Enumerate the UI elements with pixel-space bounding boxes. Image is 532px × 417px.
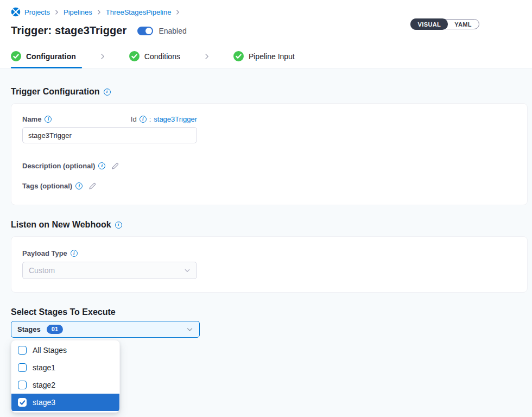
projects-icon <box>11 7 21 17</box>
trigger-id-value[interactable]: stage3Trigger <box>154 115 197 123</box>
description-row: Description (optional) i <box>22 162 516 170</box>
stage-option-stage3[interactable]: stage3 <box>11 394 119 411</box>
check-circle-icon <box>11 51 21 61</box>
tab-pipeline-input[interactable]: Pipeline Input <box>233 51 295 61</box>
tab-conditions[interactable]: Conditions <box>129 51 180 61</box>
heading-text: Trigger Configuration <box>11 87 100 97</box>
enabled-toggle[interactable] <box>137 27 153 35</box>
tab-label: Conditions <box>144 52 180 61</box>
heading-text: Listen on New Webhook <box>11 220 111 230</box>
chevron-right-icon <box>203 53 211 60</box>
heading-text: Select Stages To Execute <box>11 307 116 317</box>
check-circle-icon <box>233 51 244 61</box>
webhook-card: Payload Type i Custom <box>11 236 528 293</box>
info-icon[interactable]: i <box>140 116 147 123</box>
chevron-down-icon <box>184 267 191 274</box>
name-id-row: Name i Id i : stage3Trigger <box>22 115 197 123</box>
checkbox-unchecked[interactable] <box>18 363 27 372</box>
page-header: Projects Pipelines ThreeStagesPipeline T… <box>0 0 532 45</box>
trigger-configuration-card: Name i Id i : stage3Trigger Description … <box>11 103 528 205</box>
tags-label: Tags (optional) i <box>22 182 83 190</box>
visual-yaml-toggle: VISUAL YAML <box>410 19 479 29</box>
id-separator: : <box>149 115 151 123</box>
stage-option-stage2[interactable]: stage2 <box>11 376 119 394</box>
chevron-down-icon <box>186 326 193 333</box>
visual-mode-button[interactable]: VISUAL <box>410 18 448 30</box>
payload-type-value: Custom <box>29 266 55 275</box>
edit-tags-icon[interactable] <box>88 182 97 190</box>
chevron-right-icon <box>175 9 181 15</box>
chevron-right-icon <box>54 9 60 15</box>
page-title: Trigger: stage3Trigger <box>11 24 126 37</box>
tab-label: Pipeline Input <box>249 52 295 61</box>
select-stages-heading: Select Stages To Execute <box>11 307 528 317</box>
toggle-knob <box>145 28 152 34</box>
check-circle-icon <box>129 51 140 61</box>
edit-description-icon[interactable] <box>111 162 119 170</box>
payload-type-label: Payload Type i <box>22 249 78 257</box>
id-label: Id <box>131 115 137 123</box>
tab-label: Configuration <box>26 52 76 61</box>
name-label: Name i <box>22 115 52 123</box>
payload-type-select: Custom <box>22 262 197 279</box>
info-icon[interactable]: i <box>45 116 52 123</box>
webhook-section-heading: Listen on New Webhook i <box>11 220 528 230</box>
selected-count-badge: 01 <box>47 325 64 334</box>
trigger-name-input[interactable] <box>22 127 197 143</box>
chevron-right-icon <box>99 53 106 60</box>
stages-dropdown-popover: All Stages stage1 stage2 stage3 <box>11 340 120 413</box>
checkbox-unchecked[interactable] <box>18 346 27 355</box>
breadcrumb: Projects Pipelines ThreeStagesPipeline <box>11 7 521 17</box>
tab-configuration[interactable]: Configuration <box>11 51 76 61</box>
option-label: stage3 <box>33 398 55 407</box>
tags-row: Tags (optional) i <box>22 182 516 190</box>
info-icon[interactable]: i <box>71 250 78 257</box>
trigger-wizard-page: Projects Pipelines ThreeStagesPipeline T… <box>0 0 532 417</box>
description-label: Description (optional) i <box>22 162 105 170</box>
option-label: stage1 <box>33 363 55 372</box>
info-icon[interactable]: i <box>115 222 122 229</box>
configuration-panel: Trigger Configuration i Name i Id i : st… <box>0 68 532 417</box>
stage-option-all-stages[interactable]: All Stages <box>11 342 119 359</box>
breadcrumb-link-projects[interactable]: Projects <box>24 8 50 16</box>
active-tab-underline <box>11 67 82 68</box>
breadcrumb-link-pipeline-name[interactable]: ThreeStagesPipeline <box>106 8 172 16</box>
yaml-mode-button[interactable]: YAML <box>447 19 479 29</box>
stages-control-label: Stages <box>17 325 41 333</box>
checkbox-checked[interactable] <box>18 398 27 407</box>
info-icon[interactable]: i <box>98 162 105 169</box>
trigger-id-line: Id i : stage3Trigger <box>131 115 197 123</box>
breadcrumb-link-pipelines[interactable]: Pipelines <box>64 8 92 16</box>
info-icon[interactable]: i <box>75 182 83 189</box>
info-icon[interactable]: i <box>104 89 111 96</box>
chevron-right-icon <box>96 9 102 15</box>
trigger-configuration-heading: Trigger Configuration i <box>11 87 528 97</box>
stages-multiselect[interactable]: Stages 01 <box>11 321 200 338</box>
option-label: stage2 <box>33 381 55 389</box>
stage-option-stage1[interactable]: stage1 <box>11 359 119 376</box>
enabled-label: Enabled <box>159 27 186 35</box>
wizard-tabbar: Configuration Conditions Pipeline Input <box>0 45 532 68</box>
option-label: All Stages <box>33 346 67 355</box>
checkbox-unchecked[interactable] <box>18 381 27 389</box>
